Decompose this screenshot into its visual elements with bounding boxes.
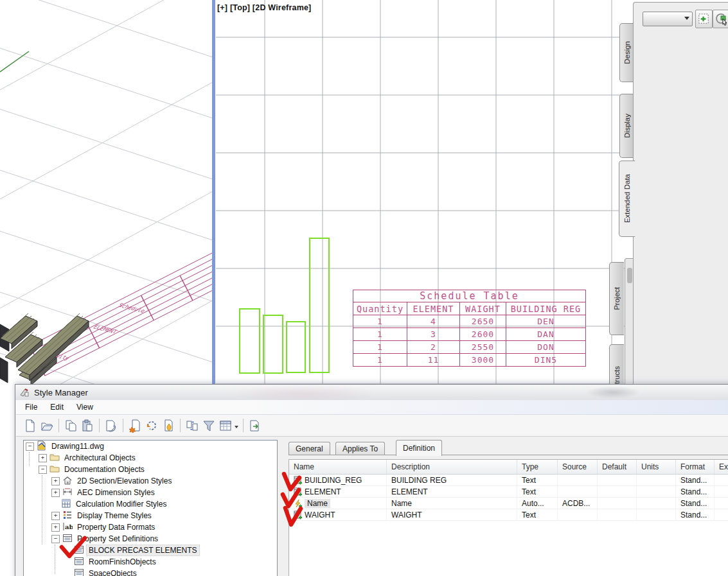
palette-tab-design[interactable]: Design	[619, 23, 634, 82]
property-row-element[interactable]: ELEMENTELEMENTTextStand...	[289, 486, 728, 498]
schedule-col-building-reg: BUILDING REG	[506, 302, 586, 315]
tree-item-spaceobjects[interactable]: SpaceObjects	[24, 568, 277, 576]
cell-source: ACDB...	[558, 498, 598, 509]
menu-file[interactable]: File	[19, 401, 44, 414]
styles-tree: −Drawing11.dwg+Architectural Objects−Doc…	[23, 440, 278, 576]
column-header-format[interactable]: Format	[676, 460, 715, 474]
column-header-type[interactable]: Type	[517, 460, 558, 474]
tab-general[interactable]: General	[289, 442, 330, 455]
property-set-icon	[74, 556, 84, 566]
tree-item-display-theme-styles[interactable]: +Display Theme Styles	[24, 510, 277, 521]
tree-item-documentation-objects[interactable]: −Documentation Objects	[24, 464, 277, 475]
tab-applies-to[interactable]: Applies To	[335, 442, 385, 455]
column-header-default[interactable]: Default	[598, 460, 637, 474]
column-header-label: Units	[641, 462, 659, 471]
column-header-example[interactable]: Example	[715, 460, 728, 474]
tree-item-label: Calculation Modifier Styles	[74, 499, 168, 509]
tree-item-block-precast-elements[interactable]: BLOCK PRECAST ELEMENTS	[24, 545, 277, 556]
property-name: Name	[305, 499, 330, 508]
schedule-cell: DIN5	[506, 354, 586, 367]
column-header-source[interactable]: Source	[558, 460, 598, 474]
palette-dropdown[interactable]	[643, 12, 693, 26]
column-header-name[interactable]: Name	[289, 460, 387, 474]
expand-icon[interactable]: +	[51, 489, 60, 497]
schedule-cell: 4	[407, 315, 460, 328]
property-row-waight[interactable]: WAIGHTWAIGHTTextStand...	[289, 509, 728, 521]
column-header-label: Format	[680, 462, 705, 471]
viewport-divider[interactable]	[212, 0, 215, 385]
tree-item-roomfinishobjects[interactable]: RoomFinishObjects	[24, 556, 277, 568]
green-bar-3[interactable]	[287, 322, 305, 372]
new-style-button[interactable]	[127, 417, 143, 434]
expand-icon[interactable]: +	[51, 477, 60, 485]
collapse-icon[interactable]: −	[26, 442, 34, 451]
menu-view[interactable]: View	[70, 401, 100, 414]
tree-item-drawing11-dwg[interactable]: −Drawing11.dwg	[24, 441, 277, 452]
green-bar-rectangles[interactable]	[240, 238, 329, 373]
tree-item-aec-dimension-styles[interactable]: +AEC Dimension Styles	[24, 487, 277, 498]
copy-button[interactable]	[62, 417, 79, 434]
property-set-icon	[74, 545, 84, 555]
property-set-icon	[62, 533, 73, 543]
cell-value: ACDB...	[562, 499, 590, 508]
tree-item-calculation-modifier-styles[interactable]: Calculation Modifier Styles	[24, 498, 277, 510]
edit-style-button[interactable]	[103, 417, 120, 434]
project-navigator-tab-project[interactable]: Project	[609, 262, 624, 335]
cell-source	[558, 475, 598, 485]
tree-item-architectural-objects[interactable]: +Architectural Objects	[24, 452, 277, 464]
menu-edit[interactable]: Edit	[44, 401, 70, 414]
collapse-icon[interactable]: −	[51, 535, 60, 543]
schedule-title-row: Schedule Table	[353, 290, 586, 302]
schedule-col-quantity: Quantity	[353, 302, 407, 315]
palette-tab-label: Extended Data	[623, 174, 631, 223]
add-selection-button[interactable]	[695, 10, 713, 28]
chevron-down-icon[interactable]	[235, 426, 238, 430]
column-header-label: Type	[522, 462, 538, 471]
set-from-button[interactable]	[143, 417, 160, 434]
column-header-description[interactable]: Description	[387, 460, 517, 474]
tree-item-property-set-definitions[interactable]: −Property Set Definitions	[24, 533, 277, 545]
cell-format: Stand...	[676, 475, 715, 485]
column-header-units[interactable]: Units	[637, 460, 676, 474]
column-header-label: Example	[719, 462, 728, 471]
expand-icon[interactable]: +	[39, 454, 47, 462]
send-button[interactable]	[247, 417, 263, 434]
green-bar-2[interactable]	[263, 315, 283, 373]
schedule-cell: 2600	[460, 328, 506, 341]
cell-description: WAIGHT	[387, 509, 517, 520]
palette-tab-extended-data[interactable]: Extended Data	[619, 161, 635, 237]
transfer-button[interactable]	[184, 417, 200, 434]
cell-value: WAIGHT	[391, 511, 422, 519]
cell-value: Text	[522, 487, 536, 496]
expand-icon[interactable]: +	[51, 523, 60, 532]
new-document-button[interactable]	[22, 417, 39, 434]
green-bar-1[interactable]	[240, 309, 260, 373]
filter-icon	[202, 419, 216, 433]
paste-button[interactable]	[79, 417, 96, 434]
quick-select-button[interactable]	[713, 10, 728, 28]
menu-bar: FileEditView	[16, 400, 728, 415]
collapse-icon[interactable]: −	[39, 466, 47, 474]
schedule-cell: DON	[506, 341, 586, 354]
filter-button[interactable]	[200, 417, 217, 434]
cell-value: Stand...	[680, 511, 707, 519]
view-type-button[interactable]	[217, 417, 234, 434]
open-drawing-button[interactable]	[39, 417, 55, 434]
tree-item-2d-section-elevation-styles[interactable]: +2D Section/Elevation Styles	[24, 475, 277, 487]
dialog-titlebar[interactable]: Style Manager	[15, 385, 728, 400]
viewport-label[interactable]: [+] [Top] [2D Wireframe]	[217, 3, 311, 12]
schedule-cell: 2	[407, 341, 460, 354]
property-row-name[interactable]: NameNameAuto...ACDB...Stand...	[289, 498, 728, 509]
project-navigator-grip[interactable]	[627, 268, 632, 283]
purge-button[interactable]	[160, 417, 177, 434]
green-bar-4[interactable]	[310, 238, 329, 372]
cell-example	[715, 498, 728, 509]
schedule-table-object[interactable]: Schedule TableQuantityELEMENTWAIGHTBUILD…	[353, 290, 586, 367]
grid-header-row: NameDescriptionTypeSourceDefaultUnitsFor…	[289, 460, 728, 475]
property-row-building-reg[interactable]: BUILDING_REGBUILDING REGTextStand...	[289, 475, 728, 486]
tree-item-property-data-formats[interactable]: +Property Data Formats	[24, 521, 277, 533]
palette-tab-display[interactable]: Display	[619, 94, 634, 158]
schedule-title: Schedule Table	[353, 290, 586, 302]
expand-icon[interactable]: +	[51, 512, 60, 520]
tab-definition[interactable]: Definition	[396, 440, 442, 456]
